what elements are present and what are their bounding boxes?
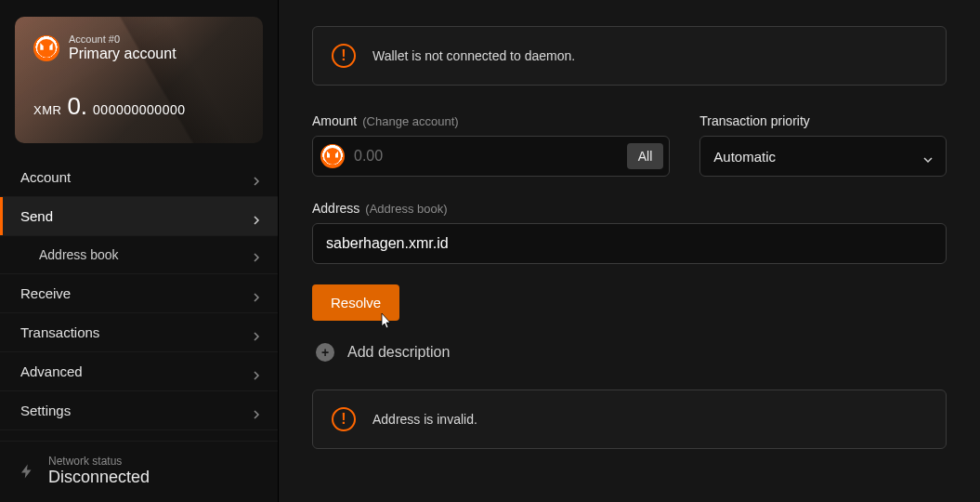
svg-point-1 xyxy=(324,148,341,165)
amount-input-wrap: All xyxy=(312,136,670,177)
sidebar-item-label: Send xyxy=(20,208,53,224)
chevron-down-icon xyxy=(923,152,933,161)
alert-daemon: ! Wallet is not connected to daemon. xyxy=(312,26,947,86)
sidebar-item-label: Advanced xyxy=(20,363,83,379)
account-card[interactable]: Account #0 Primary account XMR 0. 000000… xyxy=(15,17,263,143)
warning-icon: ! xyxy=(332,44,356,68)
sidebar-nav: Account Send Address book Receive Transa… xyxy=(0,158,278,430)
add-description-label: Add description xyxy=(347,344,450,361)
resolve-button[interactable]: Resolve xyxy=(312,284,399,321)
account-number-label: Account #0 xyxy=(69,33,176,46)
priority-select[interactable]: Automatic xyxy=(699,136,947,177)
account-name: Primary account xyxy=(69,46,176,62)
sidebar-item-label: Receive xyxy=(20,285,71,301)
priority-value: Automatic xyxy=(713,149,776,165)
sidebar-item-label: Address book xyxy=(39,247,119,262)
chevron-right-icon xyxy=(252,250,261,259)
sidebar-item-label: Transactions xyxy=(20,324,99,340)
monero-coin-icon xyxy=(320,144,345,168)
sidebar-item-settings[interactable]: Settings xyxy=(0,391,278,430)
address-input[interactable] xyxy=(312,223,947,264)
network-status-label: Network status xyxy=(48,455,150,468)
monero-logo-icon xyxy=(33,35,59,61)
sidebar-item-address-book[interactable]: Address book xyxy=(0,236,278,274)
balance-currency: XMR xyxy=(33,103,61,117)
svg-point-0 xyxy=(37,39,56,58)
network-status[interactable]: Network status Disconnected xyxy=(0,441,278,502)
balance-decimal: 000000000000 xyxy=(93,102,185,117)
sidebar-item-transactions[interactable]: Transactions xyxy=(0,313,278,352)
address-label: Address xyxy=(312,201,359,216)
sidebar-item-label: Settings xyxy=(20,403,71,418)
chevron-right-icon xyxy=(252,289,261,298)
bolt-icon xyxy=(19,460,35,482)
network-status-value: Disconnected xyxy=(48,468,150,487)
change-account-link[interactable]: (Change account) xyxy=(362,114,458,128)
balance-whole: 0. xyxy=(67,92,87,121)
address-book-link[interactable]: (Address book) xyxy=(365,202,447,216)
chevron-right-icon xyxy=(252,406,261,416)
alert-text: Address is invalid. xyxy=(372,412,477,427)
chevron-right-icon xyxy=(252,328,261,337)
sidebar-item-account[interactable]: Account xyxy=(0,158,278,197)
sidebar-item-send[interactable]: Send xyxy=(0,197,278,236)
sidebar: Account #0 Primary account XMR 0. 000000… xyxy=(0,0,279,502)
chevron-right-icon xyxy=(252,173,261,182)
warning-icon: ! xyxy=(332,407,356,431)
sidebar-item-receive[interactable]: Receive xyxy=(0,274,278,313)
chevron-right-icon xyxy=(252,367,261,376)
priority-label: Transaction priority xyxy=(699,113,810,128)
amount-label: Amount xyxy=(312,113,357,128)
chevron-right-icon xyxy=(252,212,261,221)
balance: XMR 0. 000000000000 xyxy=(33,92,244,121)
sidebar-item-advanced[interactable]: Advanced xyxy=(0,352,278,391)
main-panel: ! Wallet is not connected to daemon. Amo… xyxy=(279,0,980,502)
add-description-button[interactable]: + Add description xyxy=(312,343,947,362)
plus-icon: + xyxy=(316,343,334,362)
sidebar-item-label: Account xyxy=(20,169,71,185)
alert-text: Wallet is not connected to daemon. xyxy=(372,48,575,63)
amount-all-button[interactable]: All xyxy=(627,143,664,169)
alert-invalid-address: ! Address is invalid. xyxy=(312,390,947,449)
amount-input[interactable] xyxy=(354,148,627,165)
